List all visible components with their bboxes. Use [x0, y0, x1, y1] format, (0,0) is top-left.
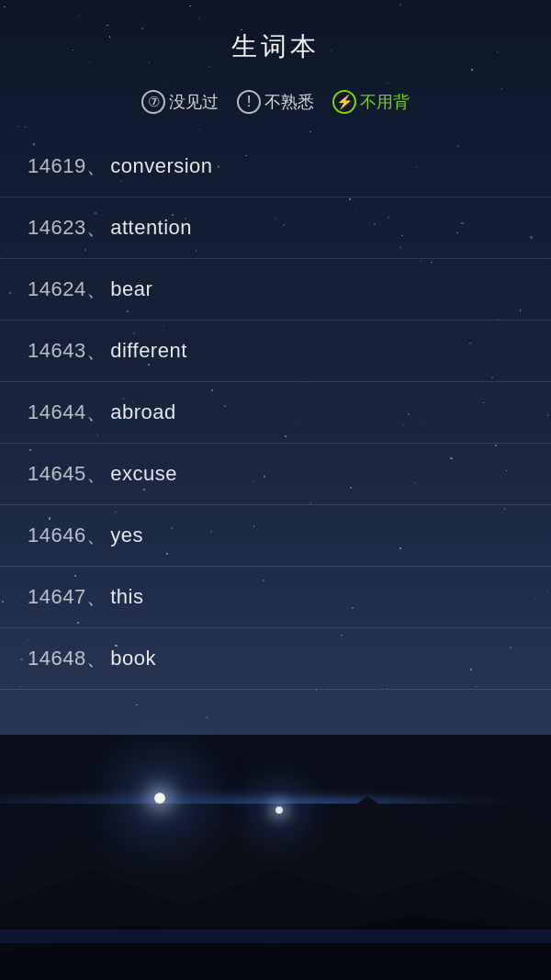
unseen-label: 没见过: [169, 91, 219, 113]
list-item[interactable]: 14624、bear: [0, 259, 551, 321]
unseen-badge: ⑦: [141, 90, 165, 114]
list-item[interactable]: 14646、yes: [0, 505, 551, 567]
list-item[interactable]: 14623、attention: [0, 197, 551, 259]
word-text: conversion: [110, 154, 212, 177]
word-number: 14646、: [28, 524, 107, 546]
word-text: yes: [110, 524, 143, 546]
word-list: 14619、conversion 14623、attention 14624、b…: [0, 136, 551, 690]
unfamiliar-badge: !: [237, 90, 261, 114]
word-number: 14644、: [28, 400, 107, 423]
list-item[interactable]: 14644、abroad: [0, 382, 551, 444]
word-number: 14643、: [28, 339, 107, 362]
word-text: book: [110, 647, 156, 670]
word-number: 14624、: [28, 277, 107, 300]
lightning-badge: ⚡: [332, 90, 356, 114]
word-text: this: [110, 585, 143, 608]
page-title: 生词本: [231, 32, 320, 61]
page-header: 生词本: [0, 0, 551, 79]
word-number: 14648、: [28, 647, 107, 670]
no-memorize-label: 不用背: [360, 91, 410, 113]
word-text: excuse: [110, 462, 177, 485]
list-item[interactable]: 14645、excuse: [0, 444, 551, 505]
word-text: different: [110, 339, 187, 362]
word-number: 14647、: [28, 585, 107, 608]
filter-unseen[interactable]: ⑦ 没见过: [141, 90, 219, 114]
word-number: 14645、: [28, 462, 107, 485]
list-item[interactable]: 14619、conversion: [0, 136, 551, 197]
unfamiliar-label: 不熟悉: [264, 91, 314, 113]
filter-bar: ⑦ 没见过 ! 不熟悉 ⚡ 不用背: [0, 79, 551, 136]
filter-no-memorize[interactable]: ⚡ 不用背: [332, 90, 410, 114]
word-text: bear: [110, 277, 152, 300]
list-item[interactable]: 14647、this: [0, 567, 551, 628]
list-item[interactable]: 14643、different: [0, 321, 551, 382]
word-number: 14619、: [28, 154, 107, 177]
filter-unfamiliar[interactable]: ! 不熟悉: [237, 90, 314, 114]
list-item[interactable]: 14648、book: [0, 628, 551, 690]
word-text: abroad: [110, 400, 176, 423]
word-number: 14623、: [28, 216, 107, 239]
word-text: attention: [110, 216, 192, 239]
